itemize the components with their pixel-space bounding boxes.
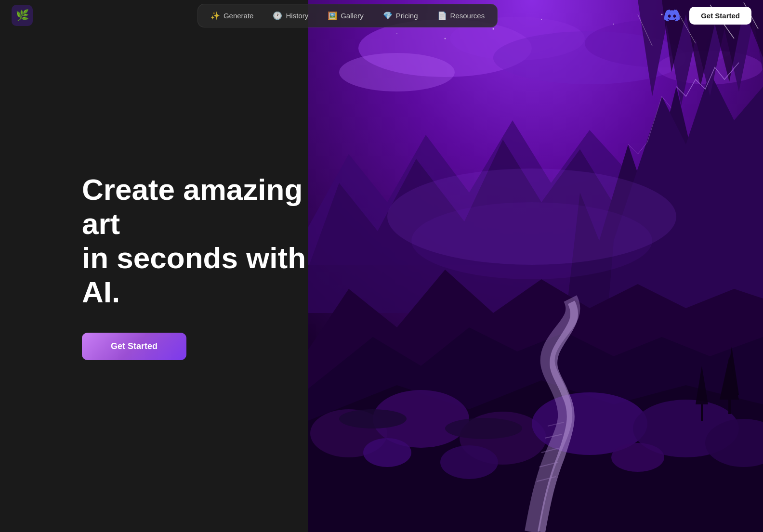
navbar: 🌿 ✨ Generate 🕐 History 🖼️ Gallery 💎 Pric… bbox=[0, 0, 763, 31]
nav-item-gallery[interactable]: 🖼️ Gallery bbox=[319, 7, 372, 24]
get-started-button-hero[interactable]: Get Started bbox=[82, 333, 186, 360]
discord-icon bbox=[664, 8, 680, 23]
generate-icon: ✨ bbox=[210, 11, 220, 20]
logo[interactable]: 🌿 bbox=[12, 5, 33, 26]
hero-section: Create amazing art in seconds with AI. G… bbox=[0, 0, 763, 532]
svg-rect-29 bbox=[701, 404, 703, 421]
get-started-button-nav[interactable]: Get Started bbox=[689, 7, 751, 25]
discord-button[interactable] bbox=[662, 6, 682, 25]
nav-item-pricing[interactable]: 💎 Pricing bbox=[374, 7, 427, 24]
logo-icon: 🌿 bbox=[16, 9, 29, 22]
svg-point-49 bbox=[445, 418, 522, 439]
svg-point-48 bbox=[339, 409, 407, 428]
history-icon: 🕐 bbox=[273, 11, 282, 20]
nav-label-generate: Generate bbox=[224, 12, 254, 20]
hero-image-area bbox=[301, 0, 763, 532]
svg-point-4 bbox=[339, 53, 455, 91]
svg-point-22 bbox=[363, 438, 411, 467]
nav-right: Get Started bbox=[662, 6, 751, 25]
nav-label-history: History bbox=[286, 12, 308, 20]
hero-content: Create amazing art in seconds with AI. G… bbox=[82, 172, 323, 360]
hero-headline-line2: in seconds with AI. bbox=[82, 241, 306, 309]
svg-point-41 bbox=[445, 38, 446, 39]
resources-icon: 📄 bbox=[437, 11, 447, 20]
svg-point-45 bbox=[396, 33, 397, 34]
nav-label-pricing: Pricing bbox=[396, 12, 418, 20]
nav-center: ✨ Generate 🕐 History 🖼️ Gallery 💎 Pricin… bbox=[197, 4, 498, 27]
nav-item-resources[interactable]: 📄 Resources bbox=[429, 7, 494, 24]
svg-point-24 bbox=[611, 443, 664, 472]
hero-headline-line1: Create amazing art bbox=[82, 172, 303, 240]
mountain-scene-svg bbox=[301, 0, 763, 532]
svg-point-23 bbox=[440, 445, 498, 479]
hero-image-blob bbox=[301, 0, 763, 532]
nav-label-resources: Resources bbox=[450, 12, 485, 20]
nav-item-history[interactable]: 🕐 History bbox=[264, 7, 317, 24]
gallery-icon: 🖼️ bbox=[328, 11, 337, 20]
hero-headline: Create amazing art in seconds with AI. bbox=[82, 172, 323, 309]
nav-item-generate[interactable]: ✨ Generate bbox=[202, 7, 263, 24]
svg-point-47 bbox=[411, 202, 652, 279]
pricing-icon: 💎 bbox=[383, 11, 393, 20]
nav-label-gallery: Gallery bbox=[341, 12, 364, 20]
svg-rect-27 bbox=[728, 395, 731, 414]
